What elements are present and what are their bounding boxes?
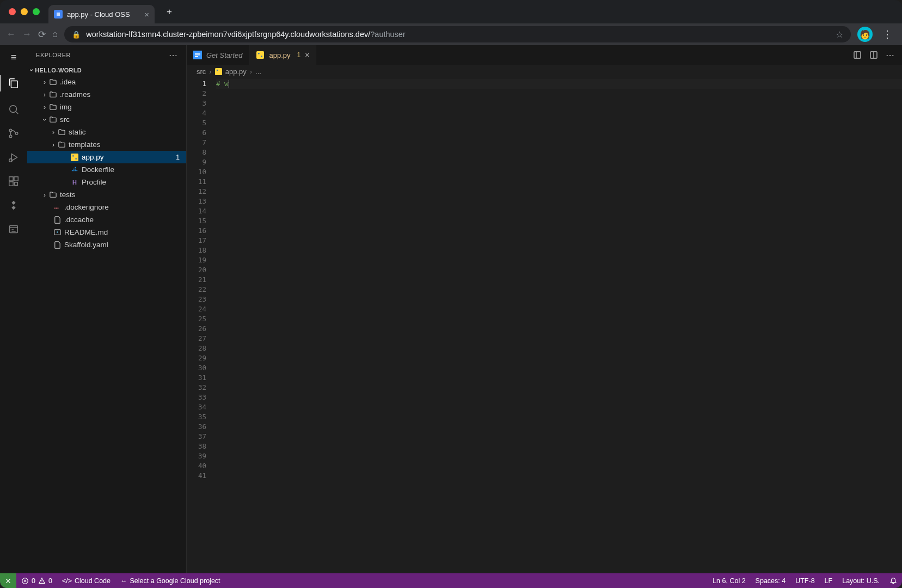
output-icon[interactable] bbox=[8, 223, 20, 235]
file-icon bbox=[53, 228, 62, 237]
browser-tab-active[interactable]: app.py - Cloud OSS × bbox=[48, 5, 155, 23]
swap-icon: ↔ bbox=[120, 577, 127, 585]
tree-item-label: src bbox=[60, 115, 70, 124]
svg-point-16 bbox=[57, 231, 58, 233]
file-icon bbox=[70, 153, 79, 162]
editor-toolbar: ⋯ bbox=[853, 45, 902, 65]
tree-item-label: README.md bbox=[64, 228, 108, 236]
breadcrumb-item[interactable]: ... bbox=[255, 68, 261, 76]
split-editor-icon[interactable] bbox=[869, 51, 878, 59]
cloud-code-status[interactable]: </> Cloud Code bbox=[57, 573, 115, 588]
file-icon bbox=[57, 128, 66, 137]
tree-item-Procfile[interactable]: HProcfile bbox=[27, 176, 186, 188]
tree-item-templates[interactable]: ›templates bbox=[27, 138, 186, 151]
tree-item-app-py[interactable]: app.py1 bbox=[27, 151, 186, 163]
breadcrumb[interactable]: src › app.py › ... bbox=[187, 65, 902, 78]
tree-item-README-md[interactable]: README.md bbox=[27, 226, 186, 238]
tree-item-label: templates bbox=[69, 140, 101, 149]
svg-point-4 bbox=[9, 135, 12, 138]
tree-item-img[interactable]: ›img bbox=[27, 101, 186, 113]
forward-button[interactable]: → bbox=[22, 29, 32, 40]
eol-status[interactable]: LF bbox=[820, 573, 838, 588]
address-bar[interactable]: 🔒 workstation-lf31smn4.cluster-zpbeimon7… bbox=[64, 26, 851, 42]
keyboard-layout-status[interactable]: Layout: U.S. bbox=[837, 573, 885, 588]
problems-indicator[interactable]: 0 0 bbox=[16, 573, 57, 588]
breadcrumb-item[interactable]: app.py bbox=[225, 68, 247, 76]
tree-item--dccache[interactable]: .dccache bbox=[27, 213, 186, 226]
problem-badge: 1 bbox=[176, 154, 180, 161]
open-changes-icon[interactable] bbox=[853, 51, 862, 59]
window-controls bbox=[0, 8, 48, 15]
editor-tab-app-py[interactable]: app.py 1 × bbox=[249, 45, 316, 65]
encoding-status[interactable]: UTF-8 bbox=[790, 573, 819, 588]
new-tab-button[interactable]: + bbox=[167, 7, 172, 17]
maximize-window-button[interactable] bbox=[33, 8, 40, 15]
tree-item--readmes[interactable]: ›.readmes bbox=[27, 88, 186, 101]
folder-section-header[interactable]: › HELLO-WORLD bbox=[27, 65, 186, 76]
svg-rect-21 bbox=[256, 51, 264, 59]
tree-item-static[interactable]: ›static bbox=[27, 126, 186, 138]
editor-body[interactable]: 1234567891011121314151617181920212223242… bbox=[187, 78, 902, 573]
breadcrumb-item[interactable]: src bbox=[197, 68, 206, 76]
chevron-icon: › bbox=[52, 128, 54, 136]
bookmark-star-icon[interactable]: ☆ bbox=[836, 29, 843, 40]
editor-tab-get-started[interactable]: Get Started bbox=[187, 45, 249, 65]
minimize-window-button[interactable] bbox=[21, 8, 28, 15]
explorer-icon[interactable] bbox=[0, 75, 27, 91]
tree-item-label: Dockerfile bbox=[82, 166, 114, 174]
chevron-icon: › bbox=[44, 191, 46, 199]
tree-item--idea[interactable]: ›.idea bbox=[27, 76, 186, 88]
activity-bar: ≡ bbox=[0, 45, 27, 573]
browser-menu-button[interactable]: ⋮ bbox=[879, 28, 895, 40]
cursor-position[interactable]: Ln 6, Col 2 bbox=[708, 573, 750, 588]
tab-close-icon[interactable]: × bbox=[305, 51, 309, 59]
file-icon bbox=[48, 115, 57, 124]
file-icon bbox=[48, 103, 57, 112]
code-area[interactable]: # w bbox=[216, 78, 902, 573]
search-icon[interactable] bbox=[8, 103, 20, 115]
sidebar-more-icon[interactable]: ⋯ bbox=[169, 50, 178, 60]
tab-favicon-icon bbox=[54, 10, 63, 19]
extensions-icon[interactable] bbox=[8, 175, 20, 187]
run-debug-icon[interactable] bbox=[8, 151, 20, 163]
back-button[interactable]: ← bbox=[7, 29, 16, 40]
source-control-icon[interactable] bbox=[8, 127, 20, 139]
tree-item--dockerignore[interactable]: .dockerignore bbox=[27, 201, 186, 213]
chevron-icon: › bbox=[44, 103, 46, 111]
file-icon bbox=[53, 241, 62, 249]
svg-point-23 bbox=[261, 56, 263, 57]
cloud-code-icon[interactable] bbox=[8, 199, 20, 211]
browser-tab-title: app.py - Cloud OSS bbox=[67, 10, 130, 19]
cloud-code-label: Cloud Code bbox=[75, 577, 111, 585]
tree-item-label: .dccache bbox=[64, 216, 94, 224]
tab-close-icon[interactable]: × bbox=[144, 10, 149, 19]
notifications-icon[interactable] bbox=[885, 573, 902, 588]
file-tree: ›.idea›.readmes›img›src›static›templates… bbox=[27, 76, 186, 251]
tree-item-Dockerfile[interactable]: Dockerfile bbox=[27, 163, 186, 176]
tree-item-Skaffold-yaml[interactable]: Skaffold.yaml bbox=[27, 238, 186, 251]
chevron-icon: › bbox=[41, 119, 48, 121]
url-host: workstation-lf31smn4.cluster-zpbeimon7vd… bbox=[86, 30, 405, 39]
home-button[interactable]: ⌂ bbox=[52, 29, 58, 40]
svg-rect-1 bbox=[57, 13, 60, 16]
remote-indicator[interactable] bbox=[0, 573, 16, 588]
tree-item-src[interactable]: ›src bbox=[27, 113, 186, 126]
editor-tab-label: Get Started bbox=[206, 51, 242, 59]
workspace: ≡ EXPLORER ⋯ › HELLO-WORLD bbox=[0, 45, 902, 573]
editor-tabbar: Get Started app.py 1 × ⋯ bbox=[187, 45, 902, 65]
profile-avatar[interactable]: 🧑 bbox=[857, 27, 873, 42]
line-number-gutter: 1234567891011121314151617181920212223242… bbox=[187, 78, 216, 573]
cloud-project-selector[interactable]: ↔ Select a Google Cloud project bbox=[115, 573, 225, 588]
editor-zone: Get Started app.py 1 × ⋯ src › app. bbox=[187, 45, 902, 573]
file-icon bbox=[70, 166, 79, 174]
svg-rect-20 bbox=[195, 56, 198, 57]
indentation-status[interactable]: Spaces: 4 bbox=[751, 573, 791, 588]
svg-rect-12 bbox=[71, 154, 78, 161]
chevron-right-icon: › bbox=[250, 68, 252, 76]
close-window-button[interactable] bbox=[9, 8, 16, 15]
tree-item-tests[interactable]: ›tests bbox=[27, 188, 186, 201]
more-actions-icon[interactable]: ⋯ bbox=[886, 50, 894, 60]
menu-hamburger-icon[interactable]: ≡ bbox=[11, 52, 17, 63]
reload-button[interactable]: ⟳ bbox=[38, 29, 46, 40]
svg-rect-24 bbox=[854, 52, 861, 58]
